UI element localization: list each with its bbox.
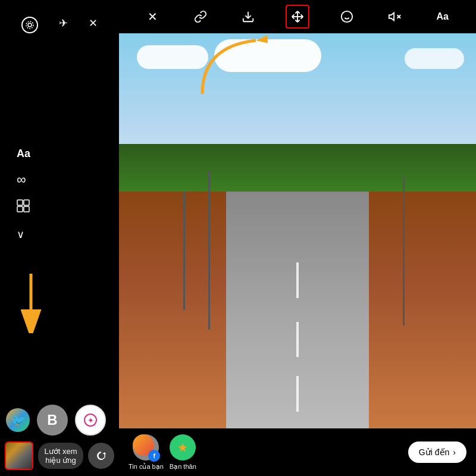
send-button[interactable]: Gửi đến ›	[408, 441, 466, 463]
cloud-3	[405, 48, 464, 69]
road-marking-3	[296, 376, 299, 412]
svg-point-0	[28, 23, 32, 27]
thumbnail-image	[6, 443, 32, 469]
mute-icon[interactable]	[384, 6, 405, 27]
left-panel: ✈ ✕ Aa ∞ ∨ 🐦 B	[0, 0, 119, 476]
cloud-1	[137, 45, 208, 69]
bottom-strip: Lướt xem hiệu ứng	[0, 441, 119, 470]
bottom-bar: f Tin của bạn ★ Bạn thân Gửi đến ›	[119, 428, 476, 476]
thumbnail-box[interactable]	[5, 441, 33, 470]
tin-cua-ban-avatar: f	[133, 434, 159, 461]
send-arrow-icon: ›	[453, 447, 456, 457]
tin-cua-ban-item[interactable]: f Tin của bạn	[129, 434, 164, 471]
text-icon[interactable]: Aa	[432, 6, 453, 27]
download-icon[interactable]	[237, 6, 259, 27]
svg-rect-4	[17, 206, 23, 212]
left-mid-icons: Aa ∞ ∨	[12, 148, 107, 241]
flash-off-icon[interactable]: ✈	[59, 17, 68, 33]
share-options: f Tin của bạn ★ Bạn thân	[129, 434, 196, 471]
svg-marker-24	[389, 13, 394, 21]
top-left-icons: ✈ ✕	[12, 10, 107, 40]
road-surface	[226, 192, 369, 428]
text-mode-icon[interactable]: Aa	[17, 148, 107, 160]
ban-than-avatar: ★	[170, 434, 196, 461]
link-icon[interactable]	[190, 6, 211, 27]
svg-point-1	[26, 21, 33, 29]
earth-right	[369, 192, 476, 428]
star-effect-icon[interactable]: ✦	[75, 405, 106, 436]
top-close-icon[interactable]: ✕	[89, 17, 98, 33]
yellow-arrow-bottom	[13, 274, 49, 333]
emoji-icon[interactable]	[336, 6, 358, 27]
bird-effect-icon[interactable]: 🐦	[6, 408, 30, 432]
settings-icon[interactable]	[21, 17, 38, 33]
road-marking-2	[296, 322, 299, 358]
effects-row: 🐦 B ✦	[0, 405, 112, 436]
sticker-move-icon[interactable]	[286, 5, 309, 29]
effects-label[interactable]: Lướt xem hiệu ứng	[38, 443, 83, 469]
infinity-icon[interactable]: ∞	[17, 172, 107, 187]
facebook-badge: f	[148, 450, 160, 462]
camera-swap-icon[interactable]	[88, 443, 114, 469]
svg-point-21	[341, 11, 352, 22]
svg-text:✦: ✦	[87, 416, 94, 425]
star-icon: ★	[177, 440, 188, 455]
svg-rect-2	[17, 200, 23, 205]
top-toolbar: ✕	[119, 0, 476, 33]
chevron-down-icon[interactable]: ∨	[17, 228, 107, 241]
right-panel: ✕	[119, 0, 476, 476]
send-label: Gửi đến	[419, 447, 449, 457]
svg-rect-3	[24, 200, 29, 205]
power-pole-2	[183, 192, 185, 310]
tin-cua-ban-label: Tin của bạn	[129, 463, 164, 471]
ban-than-item[interactable]: ★ Bạn thân	[170, 434, 196, 471]
cloud-2	[214, 39, 321, 72]
earth-left	[119, 192, 226, 428]
bottom-left: 🐦 B ✦ Lướt xem hiệu ứng	[0, 405, 119, 476]
svg-rect-5	[24, 206, 29, 212]
ban-than-label: Bạn thân	[170, 463, 196, 471]
b-effect-icon[interactable]: B	[37, 405, 68, 436]
close-icon[interactable]: ✕	[142, 6, 163, 27]
power-pole-3	[403, 176, 405, 325]
grid-icon[interactable]	[17, 199, 107, 216]
road-photo	[119, 33, 476, 428]
road-marking-1	[296, 262, 299, 298]
power-pole-1	[208, 171, 210, 330]
